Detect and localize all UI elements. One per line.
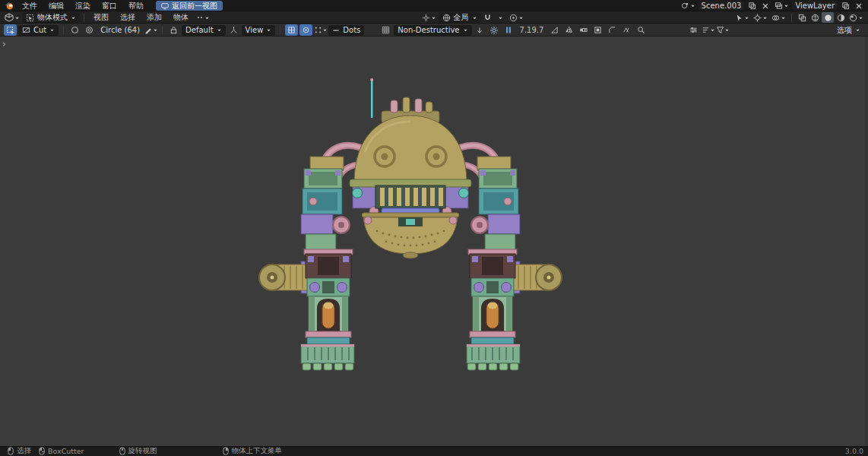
globe-icon	[442, 14, 451, 22]
shading-rendered-icon[interactable]	[847, 12, 865, 23]
dots-label: Dots	[343, 26, 360, 34]
menu-view[interactable]: 视图	[88, 12, 114, 24]
tool-settings-bar: Cut Circle (64) Default View Dots	[0, 24, 868, 36]
array-icon[interactable]	[577, 24, 590, 36]
pause-icon[interactable]	[502, 24, 515, 36]
snap-points-icon[interactable]	[314, 24, 327, 36]
dots-icon	[332, 27, 340, 34]
boxcutter-version: 7.19.7	[520, 26, 544, 34]
dots-dropdown[interactable]: Dots	[328, 25, 364, 36]
hint-label: 物体上下文菜单	[232, 446, 283, 456]
menu-help[interactable]: 帮助	[123, 0, 149, 11]
viewport-header: 物体模式 视图 选择 添加 物体 全局	[0, 11, 868, 24]
menu-render[interactable]: 渲染	[70, 0, 96, 11]
editor-border[interactable]	[865, 36, 868, 446]
gizmos-dropdown[interactable]	[752, 12, 769, 23]
xray-toggle-icon[interactable]	[796, 12, 808, 23]
shading-material-icon[interactable]	[835, 12, 847, 23]
cut-mode-dropdown[interactable]: Cut	[18, 25, 59, 36]
hint-boxcutter: BoxCutter	[39, 447, 84, 455]
menu-object[interactable]: 物体	[168, 12, 194, 24]
shape-ring-icon[interactable]	[83, 24, 96, 36]
align-label: View	[246, 26, 264, 34]
mode-dropdown[interactable]: Non-Destructive	[394, 25, 471, 36]
gear-icon[interactable]	[488, 24, 501, 36]
snap-toggle-magnet-icon[interactable]	[482, 12, 494, 23]
snap-settings-dropdown[interactable]	[495, 12, 507, 23]
draw-tool-pencil-icon[interactable]	[144, 24, 157, 36]
transform-orientation-dropdown[interactable]: 全局	[439, 12, 481, 23]
snap-center-toggle-icon[interactable]	[299, 24, 312, 36]
menu-window[interactable]: 窗口	[97, 0, 122, 11]
overlays-dropdown[interactable]	[770, 12, 787, 23]
blender-logo-icon[interactable]	[3, 1, 16, 11]
chevron-down-icon	[762, 15, 768, 21]
scene-name-field[interactable]: Scene.003	[699, 1, 745, 11]
editor-type-icon[interactable]	[3, 12, 21, 23]
shading-wireframe-icon[interactable]	[809, 12, 821, 23]
remove-viewlayer-icon[interactable]	[853, 1, 865, 11]
chevron-down-icon	[49, 27, 55, 33]
mode-label: 物体模式	[37, 12, 68, 23]
object-visibility-dropdown[interactable]	[733, 12, 751, 23]
pivot-point-dropdown[interactable]	[420, 12, 438, 23]
chevron-down-icon	[322, 27, 328, 33]
back-button-label: 返回前一视图	[172, 1, 217, 11]
separator	[63, 26, 64, 34]
viewlayer-name: ViewLayer	[795, 2, 835, 10]
shading-solid-icon[interactable]	[822, 12, 834, 23]
shape-circle-icon[interactable]	[68, 24, 81, 36]
drop-behavior-icon[interactable]	[474, 24, 486, 36]
bevel-icon[interactable]	[606, 24, 619, 36]
separator	[791, 14, 792, 22]
solidify-icon[interactable]	[591, 24, 604, 36]
menu-edit[interactable]: 编辑	[43, 0, 69, 11]
menu-select[interactable]: 选择	[115, 12, 141, 24]
new-scene-icon[interactable]	[746, 1, 758, 11]
filter-funnel-icon[interactable]	[716, 24, 729, 36]
toolbar-expand-arrow-icon[interactable]: ›	[2, 40, 6, 49]
search-icon[interactable]	[635, 24, 648, 36]
viewlayer-name-field[interactable]: ViewLayer	[792, 1, 838, 11]
back-to-previous-view-button[interactable]: 返回前一视图	[156, 1, 223, 11]
mech-model[interactable]	[0, 36, 868, 446]
lock-icon[interactable]	[167, 24, 180, 36]
mouse-left-icon	[8, 447, 14, 455]
snap-grid-toggle-icon[interactable]	[285, 24, 298, 36]
new-viewlayer-icon[interactable]	[839, 1, 851, 11]
header-extra-dropdown[interactable]	[195, 12, 211, 23]
mode-label: Non-Destructive	[398, 26, 459, 34]
chevron-down-icon	[710, 27, 715, 33]
separator	[280, 26, 280, 34]
sort-dropdown[interactable]	[702, 24, 714, 36]
grid-icon[interactable]	[379, 24, 392, 36]
viewlayer-browse-icon[interactable]	[773, 1, 790, 11]
wedge-icon[interactable]	[548, 24, 561, 36]
chevron-down-icon	[724, 27, 730, 33]
hint-label: 选择	[17, 446, 31, 456]
collection-dropdown[interactable]: Default	[182, 25, 226, 36]
knurl-icon[interactable]	[620, 24, 633, 36]
hint-context-menu: 物体上下文菜单	[223, 446, 283, 456]
align-axis-icon[interactable]	[227, 24, 240, 36]
mouse-left-drag-icon	[39, 447, 45, 455]
options-dropdown[interactable]: 选项	[833, 25, 864, 36]
chevron-down-icon	[690, 3, 695, 8]
mode-selector[interactable]: 物体模式	[22, 12, 80, 23]
mirror-icon[interactable]	[562, 24, 575, 36]
chevron-down-icon	[204, 15, 210, 21]
mouse-right-icon	[223, 447, 229, 455]
viewport-3d[interactable]: ›	[0, 36, 868, 446]
menu-file[interactable]: 文件	[17, 0, 43, 11]
proportional-editing-icon[interactable]	[508, 12, 525, 23]
chevron-down-icon	[431, 15, 436, 21]
display-settings-icon[interactable]	[687, 24, 700, 36]
menu-add[interactable]: 添加	[141, 12, 167, 24]
shape-label: Circle (64)	[100, 26, 140, 34]
scene-browse-icon[interactable]	[680, 1, 697, 11]
active-tool-boxcutter-icon[interactable]	[4, 24, 17, 36]
scene-name: Scene.003	[702, 2, 742, 10]
separator	[84, 14, 84, 22]
unlink-scene-icon[interactable]	[759, 1, 771, 11]
align-dropdown[interactable]: View	[242, 25, 276, 36]
